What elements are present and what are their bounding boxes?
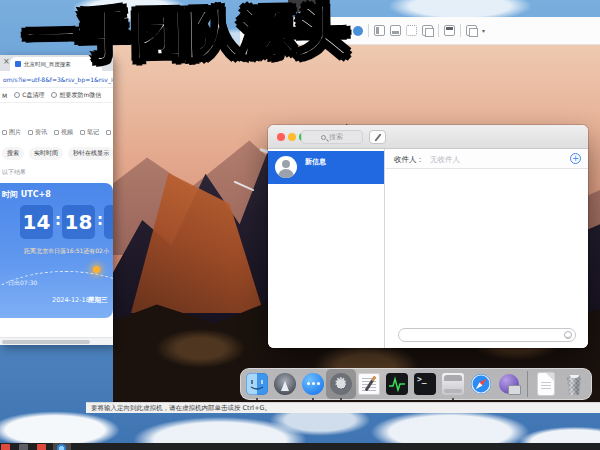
add-recipient-button[interactable]: +	[570, 153, 581, 164]
clock-colon: :	[97, 211, 103, 229]
tab-icon	[54, 130, 59, 135]
browser-window: × 北京时间_百度搜索 om/s?ie=utf-8&f=3&rsv_bp=1&r…	[0, 55, 113, 345]
conversation-row-selected[interactable]: 新信息	[268, 151, 384, 184]
sun-icon	[93, 266, 100, 273]
running-indicator	[312, 398, 314, 400]
textedit-icon	[358, 373, 380, 395]
show-tabs-icon[interactable]	[374, 25, 385, 36]
watermark-title: 一手团队源头	[23, 0, 348, 74]
compose-button[interactable]	[369, 130, 386, 144]
search-input[interactable]: 搜索	[301, 130, 363, 144]
fullscreen-icon[interactable]	[406, 25, 417, 36]
clock-header: 时间 UTC+8	[2, 189, 51, 200]
dock-item-document[interactable]	[534, 372, 558, 396]
dock-item-messages[interactable]	[301, 372, 325, 396]
nav-tab-maps[interactable]: 地图	[106, 128, 113, 137]
taskbar-app-red-1[interactable]	[1, 444, 10, 450]
close-tab-icon[interactable]: ×	[3, 58, 10, 66]
emoji-icon[interactable]	[564, 331, 572, 339]
minimize-button[interactable]	[288, 133, 296, 141]
display-settings-icon[interactable]	[466, 25, 477, 36]
dropdown-caret-icon[interactable]: ▾	[482, 27, 485, 34]
recipient-row[interactable]: 收件人： 无收件人 +	[386, 149, 588, 169]
clock-date: 2024-12-18	[52, 296, 90, 304]
dock-item-activity-monitor[interactable]	[385, 372, 409, 396]
vmware-status-text: 要将输入定向到此虚拟机，请在虚拟机内部单击或按 Ctrl+G。	[86, 403, 600, 413]
dock-separator	[527, 371, 528, 397]
vm-display: 搜索 新信息 收件人： 无收件人 +	[113, 45, 600, 402]
clock-minute: 18	[62, 205, 95, 239]
horizontal-scrollbar[interactable]	[0, 337, 113, 345]
tab-icon	[80, 130, 85, 135]
sunset-countdown: 距离北京市日落16:51还有02小	[24, 247, 109, 256]
dock-item-trash[interactable]	[562, 372, 586, 396]
dock	[240, 368, 592, 400]
windows-taskbar	[0, 443, 600, 450]
conversation-name: 新信息	[305, 157, 326, 167]
bookmark-item[interactable]: M	[2, 92, 7, 99]
snapshot-icon[interactable]	[444, 25, 455, 36]
conversation-list: 新信息	[268, 149, 385, 348]
to-placeholder: 无收件人	[430, 155, 460, 165]
nav-tab-images[interactable]: 图片	[2, 128, 21, 137]
taskbar-app-red-2[interactable]	[37, 444, 46, 450]
taskbar-app-gray[interactable]	[19, 444, 28, 450]
filter-chips: 搜索 实时时间 秒针在线显示 更	[0, 147, 113, 160]
dock-item-system-preferences[interactable]	[329, 372, 353, 396]
dock-item-script-editor[interactable]	[441, 372, 465, 396]
search-icon	[321, 135, 326, 140]
url-text: om/s?ie=utf-8&f=3&rsv_bp=1&rsv_idx=1&	[3, 76, 113, 83]
console-view-icon[interactable]	[422, 25, 433, 36]
avatar	[275, 156, 297, 178]
trash-icon	[566, 375, 582, 395]
globe-icon	[14, 92, 20, 98]
globe-icon	[51, 92, 57, 98]
message-pane: 收件人： 无收件人 +	[386, 149, 588, 348]
nav-tab-news[interactable]: 资讯	[28, 128, 47, 137]
bookmarks-bar: M C盘清理 想要发防m微信	[0, 88, 113, 103]
scrollbar-thumb[interactable]	[2, 340, 90, 344]
nav-tab-video[interactable]: 视频	[54, 128, 73, 137]
toolbar-separator	[438, 24, 439, 37]
network-icon	[499, 374, 519, 394]
messages-icon	[302, 373, 324, 395]
toolbar-separator	[368, 24, 369, 37]
dock-item-launchpad[interactable]	[273, 372, 297, 396]
messages-window: 搜索 新信息 收件人： 无收件人 +	[268, 125, 588, 348]
bookmark-item[interactable]: C盘清理	[14, 91, 44, 100]
nav-tab-notes[interactable]: 笔记	[80, 128, 99, 137]
sunrise-label: 日出07:30	[8, 279, 37, 288]
bookmark-item[interactable]: 想要发防m微信	[51, 91, 101, 100]
favicon	[15, 61, 21, 67]
taskbar-browser-active[interactable]	[57, 444, 66, 450]
dock-item-finder[interactable]	[245, 372, 269, 396]
clock-colon: :	[55, 211, 61, 229]
dock-item-network[interactable]	[497, 372, 521, 396]
message-input[interactable]	[398, 328, 576, 342]
filter-chip[interactable]: 秒针在线显示	[68, 147, 113, 160]
close-button[interactable]	[277, 133, 285, 141]
tab-icon	[2, 130, 7, 135]
toolbar-separator	[460, 24, 461, 37]
running-indicator	[256, 398, 258, 400]
beijing-time-widget: 时间 UTC+8 14 : 18 : 距离北京市日落16:51还有02小 日出0…	[0, 183, 113, 318]
dock-item-safari[interactable]	[469, 372, 493, 396]
terminal-icon	[414, 373, 436, 395]
finder-icon	[246, 373, 268, 395]
system-preferences-icon	[330, 373, 352, 395]
dock-item-terminal[interactable]	[413, 372, 437, 396]
running-indicator	[452, 398, 454, 400]
tab-icon	[28, 130, 33, 135]
messages-titlebar[interactable]: 搜索	[268, 125, 588, 149]
dock-item-textedit[interactable]	[357, 372, 381, 396]
filter-chip[interactable]: 实时时间	[29, 147, 63, 160]
unity-view-icon[interactable]	[390, 25, 401, 36]
vmware-status-bar: 要将输入定向到此虚拟机，请在虚拟机内部单击或按 Ctrl+G。	[86, 402, 600, 413]
baidu-nav-tabs: 图片 资讯 视频 笔记 地图	[0, 128, 113, 137]
script-editor-icon	[442, 373, 464, 395]
filter-chip[interactable]: 搜索	[2, 147, 24, 160]
to-label: 收件人：	[394, 155, 424, 165]
tab-icon	[106, 130, 111, 135]
network-adapter-icon[interactable]	[353, 26, 363, 36]
launchpad-icon	[274, 373, 296, 395]
